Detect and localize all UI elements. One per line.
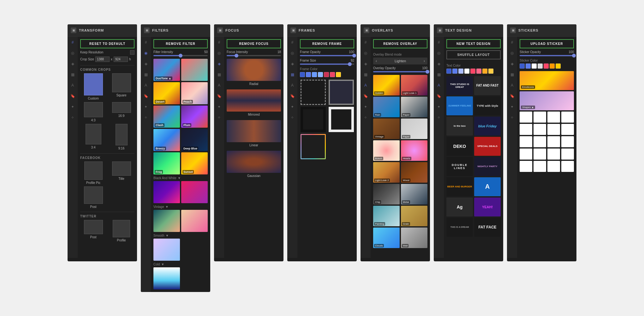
remove-focus-button[interactable]: REMOVE FOCUS <box>227 39 281 48</box>
td-item-16[interactable]: FAT FACE <box>474 218 501 237</box>
f-tag-icon[interactable]: 🔖 <box>143 93 149 99</box>
fo-star-icon[interactable]: ✦ <box>216 104 222 110</box>
overlay-bokeh[interactable]: Bokeh <box>373 140 400 161</box>
crop-width-input[interactable] <box>95 57 110 62</box>
keep-resolution-checkbox[interactable] <box>130 50 134 55</box>
ov-tag-icon[interactable]: 🔖 <box>362 93 369 99</box>
td-color-6[interactable] <box>476 69 481 74</box>
sidebar-wand-icon[interactable]: ✧ <box>69 114 76 121</box>
crop-9-16[interactable]: 9:16 <box>108 124 134 150</box>
filter-desert[interactable]: Desert <box>153 82 180 104</box>
focus-gaussian[interactable]: Gaussian <box>227 151 281 179</box>
focus-linear[interactable]: Linear <box>227 120 281 149</box>
black-white-arrow[interactable]: ▼ <box>178 176 181 180</box>
facebook-profile-pic[interactable]: Profile Pic <box>80 161 106 185</box>
td-item-3[interactable]: SUMMER FEELING <box>446 96 473 115</box>
sidebar-hash-icon[interactable]: # <box>69 39 76 46</box>
filter-deep-blue[interactable]: Deep Blue <box>181 129 208 151</box>
fo-grid-icon[interactable]: ▦ <box>216 71 222 78</box>
f-filter-icon[interactable]: ◉ <box>143 50 149 56</box>
overlay-wall[interactable]: Wall <box>401 228 427 248</box>
shape-oval[interactable] <box>547 136 560 147</box>
new-text-design-button[interactable]: NEW TEXT DESIGN <box>446 39 501 48</box>
f-drop-icon[interactable]: ◈ <box>143 61 149 67</box>
shape-drip1[interactable] <box>547 161 560 172</box>
f-wand-icon[interactable]: ✧ <box>143 114 149 121</box>
filter-breezy[interactable]: Breezy <box>153 129 180 151</box>
filter-v2[interactable] <box>181 210 208 232</box>
overlay-wood[interactable]: Wood <box>401 162 427 183</box>
ov-circle-icon[interactable]: ◎ <box>362 50 369 56</box>
frame-opacity-thumb[interactable] <box>352 54 356 58</box>
st-wand-icon[interactable]: ✧ <box>509 114 515 121</box>
crop-3-4[interactable]: 3:4 <box>80 124 106 150</box>
f-grid-icon[interactable]: ▦ <box>143 71 149 78</box>
fr-wand-icon[interactable]: ✧ <box>289 114 295 121</box>
frame-size-thumb[interactable] <box>348 62 352 66</box>
overlay-clouds[interactable]: Clouds <box>373 228 400 248</box>
td-color-4[interactable] <box>464 69 469 74</box>
fo-circle-icon[interactable]: ◎ <box>216 50 222 56</box>
st-star-icon[interactable]: ✦ <box>509 104 515 110</box>
overlay-golden[interactable]: Golden <box>373 75 400 95</box>
ov-drop-icon[interactable]: ◈ <box>362 61 369 67</box>
filter-v1[interactable] <box>153 210 180 232</box>
td-item-10[interactable]: NIGHTLY PARTY <box>474 157 501 176</box>
frame-gradient[interactable] <box>300 134 326 159</box>
frame-size-track[interactable] <box>300 64 354 65</box>
shape-square[interactable] <box>520 112 532 123</box>
ov-hash-icon[interactable]: # <box>362 39 369 46</box>
filter-frog[interactable]: Frog <box>153 152 180 174</box>
overlay-paper[interactable]: Paper <box>401 97 427 117</box>
shapes-sticker[interactable]: Shapes ▲ <box>520 91 574 110</box>
td-item-7[interactable]: DEKO <box>446 137 473 156</box>
frame-thick-black[interactable] <box>300 107 326 132</box>
focus-mirrored[interactable]: Mirrored <box>227 89 281 118</box>
fr-tag-icon[interactable]: 🔖 <box>289 93 295 99</box>
filter-intensity-track[interactable] <box>153 55 208 56</box>
shape-stamp[interactable] <box>520 136 532 147</box>
overlay-grain[interactable]: Grain <box>401 206 427 226</box>
shape-speech[interactable] <box>547 124 560 135</box>
color-blue2[interactable] <box>306 72 311 77</box>
td-item-1[interactable]: THIS STUDIO IS GREAT <box>446 76 473 95</box>
upload-sticker-button[interactable]: UPLOAD STICKER <box>520 39 574 48</box>
color-red2[interactable] <box>330 72 335 77</box>
remove-filter-button[interactable]: REMOVE FILTER <box>153 39 208 48</box>
overlay-metal[interactable]: Metal <box>401 184 427 204</box>
fr-text-icon[interactable]: A <box>289 82 295 88</box>
td-tag-icon[interactable]: 🔖 <box>436 93 442 99</box>
filter-c1[interactable] <box>153 267 180 289</box>
td-item-2[interactable]: FAT AND FAST <box>474 76 501 95</box>
filter-sunset[interactable]: Sunset <box>181 152 208 174</box>
facebook-post[interactable]: Post <box>80 186 106 209</box>
frame-solid-light[interactable] <box>328 80 354 105</box>
td-color-1[interactable] <box>446 69 451 74</box>
focus-intensity-thumb[interactable] <box>235 54 238 58</box>
td-item-15[interactable]: THIS IS A DREAM <box>446 218 473 237</box>
td-drop-icon[interactable]: ◈ <box>436 61 442 67</box>
st-text-icon[interactable]: A <box>509 82 515 88</box>
crop-4-3[interactable]: 4:3 <box>80 102 106 122</box>
td-item-8[interactable]: SPECIAL DEALS <box>474 137 501 156</box>
filter-clash[interactable]: Clash <box>153 106 180 128</box>
td-item-14[interactable]: YEAH! <box>474 198 501 216</box>
remove-frame-button[interactable]: REMOVE FRAME <box>300 39 354 48</box>
overlay-opacity-track[interactable] <box>373 71 427 72</box>
color-blue3[interactable] <box>312 72 317 77</box>
remove-overlay-button[interactable]: REMOVE OVERLAY <box>373 39 427 48</box>
filter-duotone-1[interactable]: DuoTone ▲ <box>153 59 180 81</box>
shape-hexagon[interactable] <box>520 124 532 135</box>
td-text-icon[interactable]: A <box>436 82 442 88</box>
focus-radial[interactable]: Radial <box>227 59 281 88</box>
overlay-light-leak-1[interactable]: Light Leak 1 <box>401 75 427 95</box>
td-item-13[interactable]: Ag <box>446 198 473 216</box>
sidebar-star-icon[interactable]: ✦ <box>69 104 76 110</box>
shape-pentagon[interactable] <box>561 112 574 123</box>
fr-hash-icon[interactable]: # <box>289 39 295 46</box>
crop-custom[interactable]: Custom <box>80 73 106 100</box>
reset-default-button[interactable]: RESET TO DEFAULT <box>80 39 134 48</box>
td-item-4[interactable]: TYPE with Style <box>474 96 501 115</box>
td-star-icon[interactable]: ✦ <box>436 104 442 110</box>
st-color-2[interactable] <box>526 64 531 69</box>
